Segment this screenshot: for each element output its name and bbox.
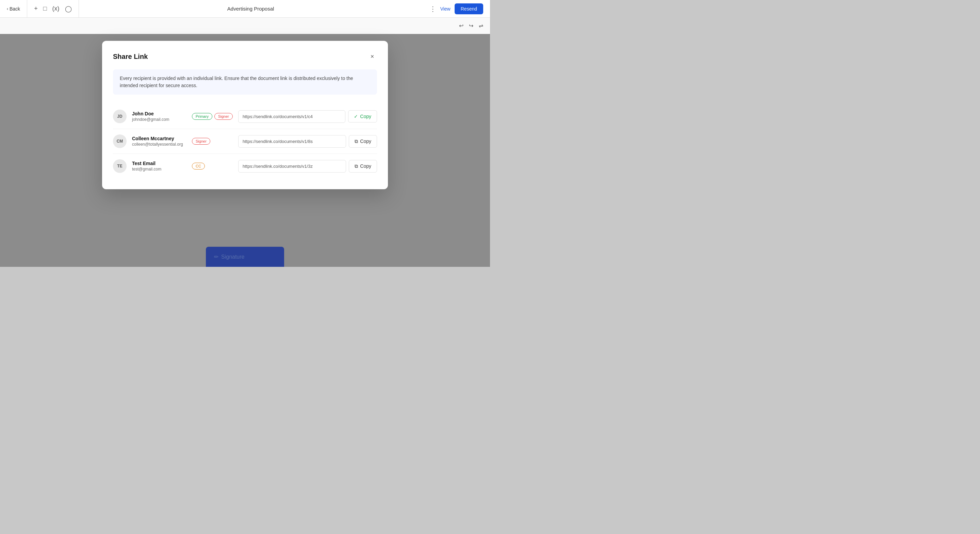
badge-primary: Primary <box>192 113 212 120</box>
top-bar: ‹ Back + □ (x) ◯ Advertising Proposal ⋮ … <box>0 0 490 18</box>
copy-label: Copy <box>360 163 371 169</box>
right-actions: ⋮ View Resend <box>423 3 490 14</box>
view-button[interactable]: View <box>440 6 450 11</box>
recipient-row: JD John Doe johndoe@gmail.com PrimarySig… <box>113 104 377 129</box>
recipient-row: CM Colleen Mccartney colleen@totallyesse… <box>113 129 377 154</box>
chevron-left-icon: ‹ <box>7 6 8 11</box>
avatar: CM <box>113 134 127 148</box>
link-area: https://sendlink.co/documents/v1/8s⧉ Cop… <box>238 135 377 148</box>
badge-signer: Signer <box>192 138 210 145</box>
link-area: https://sendlink.co/documents/v1/c4✓ Cop… <box>238 110 377 123</box>
avatar: JD <box>113 110 127 123</box>
variable-icon[interactable]: (x) <box>52 5 60 12</box>
badges: CC <box>192 163 233 169</box>
recipient-info: Test Email test@gmail.com <box>132 161 186 172</box>
toolbar-icons: + □ (x) ◯ <box>27 0 79 18</box>
copy-button[interactable]: ⧉ Copy <box>349 135 377 148</box>
layout-icon[interactable]: ⇌ <box>479 22 483 29</box>
badge-signer: Signer <box>215 113 233 120</box>
badges: Signer <box>192 138 233 145</box>
redo-icon[interactable]: ↪ <box>469 22 473 29</box>
back-button[interactable]: ‹ Back <box>0 0 27 18</box>
info-text: Every recipient is provided with an indi… <box>120 75 370 89</box>
second-toolbar: ↩ ↪ ⇌ <box>0 18 490 34</box>
resend-button[interactable]: Resend <box>455 3 483 14</box>
copy-button[interactable]: ✓ Copy <box>348 110 377 123</box>
recipient-info: Colleen Mccartney colleen@totallyessenti… <box>132 136 186 147</box>
link-input[interactable]: https://sendlink.co/documents/v1/c4 <box>238 110 345 123</box>
undo-icon[interactable]: ↩ <box>459 22 463 29</box>
plus-icon[interactable]: + <box>34 5 38 12</box>
badges: PrimarySigner <box>192 113 233 120</box>
recipient-email: colleen@totallyessential.org <box>132 142 186 147</box>
avatar: TE <box>113 159 127 173</box>
copy-icon: ⧉ <box>355 139 358 144</box>
copy-icon: ⧉ <box>355 163 358 169</box>
recipient-email: test@gmail.com <box>132 167 186 172</box>
recipient-info: John Doe johndoe@gmail.com <box>132 111 186 122</box>
modal-close-button[interactable]: × <box>368 52 377 61</box>
badge-cc: CC <box>192 163 205 169</box>
copy-label: Copy <box>360 114 371 119</box>
link-input[interactable]: https://sendlink.co/documents/v1/3z <box>238 160 346 172</box>
info-box: Every recipient is provided with an indi… <box>113 69 377 95</box>
recipient-row: TE Test Email test@gmail.com CChttps://s… <box>113 154 377 179</box>
recipient-email: johndoe@gmail.com <box>132 117 186 122</box>
document-icon[interactable]: □ <box>43 5 47 12</box>
modal-overlay: Share Link × Every recipient is provided… <box>0 34 490 267</box>
recipient-name: Test Email <box>132 161 186 166</box>
check-icon: ✓ <box>354 114 358 119</box>
person-icon[interactable]: ◯ <box>65 5 72 13</box>
link-area: https://sendlink.co/documents/v1/3z⧉ Cop… <box>238 160 377 172</box>
back-label: Back <box>10 6 20 11</box>
recipient-name: Colleen Mccartney <box>132 136 186 141</box>
more-options-button[interactable]: ⋮ <box>430 5 436 13</box>
recipient-name: John Doe <box>132 111 186 116</box>
copy-label: Copy <box>360 139 371 144</box>
modal-header: Share Link × <box>113 52 377 61</box>
document-title: Advertising Proposal <box>79 6 423 11</box>
link-input[interactable]: https://sendlink.co/documents/v1/8s <box>238 135 346 148</box>
share-link-modal: Share Link × Every recipient is provided… <box>102 41 388 189</box>
copy-button[interactable]: ⧉ Copy <box>349 160 377 172</box>
second-toolbar-right: ↩ ↪ ⇌ <box>459 22 483 29</box>
recipients-list: JD John Doe johndoe@gmail.com PrimarySig… <box>113 104 377 179</box>
modal-title: Share Link <box>113 53 148 61</box>
